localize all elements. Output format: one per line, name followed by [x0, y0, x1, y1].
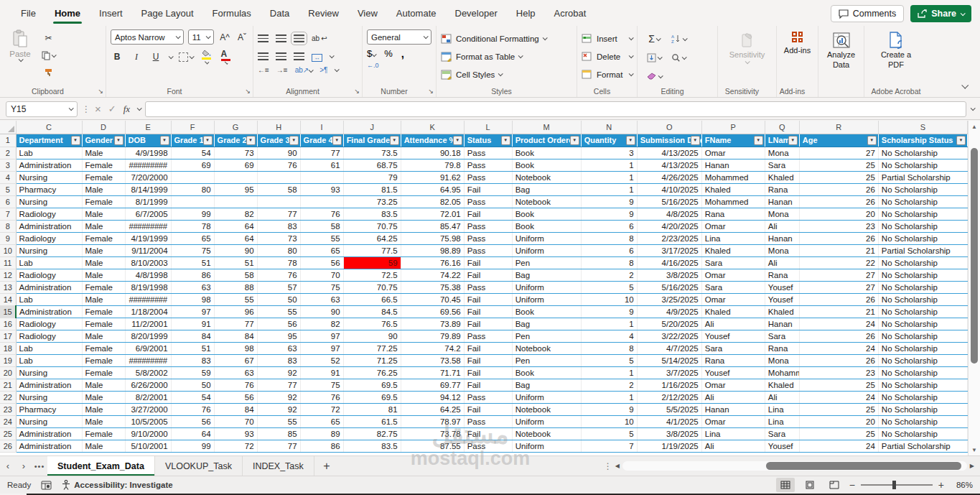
cell-D5[interactable]: Male — [82, 183, 125, 195]
alignment-dialog-launcher-icon[interactable]: ↘ — [354, 88, 360, 95]
cell-J18[interactable]: 77.25 — [343, 342, 401, 354]
cell-C12[interactable]: Radiology — [16, 269, 82, 281]
cell-K25[interactable]: 73.78 — [401, 427, 464, 440]
cell-Q22[interactable]: Ali — [765, 391, 799, 403]
col-header-K[interactable]: K — [401, 121, 464, 134]
cell-M3[interactable]: Book — [512, 159, 581, 171]
cell-H2[interactable]: 90 — [257, 147, 300, 159]
grow-font-button[interactable]: A^ — [218, 30, 231, 45]
cell-L9[interactable]: Pass — [464, 232, 512, 244]
cell-F11[interactable]: 51 — [171, 256, 214, 269]
row-header-8[interactable]: 8 — [0, 220, 16, 232]
align-center-button[interactable] — [276, 52, 286, 60]
cell-M8[interactable]: Book — [512, 220, 581, 232]
cell-P12[interactable]: Omar — [701, 269, 765, 281]
normal-view-button[interactable] — [776, 478, 795, 492]
cell-J10[interactable]: 77.5 — [343, 244, 401, 256]
cell-S2[interactable]: No Scholarship — [878, 147, 967, 159]
cell-I19[interactable]: 52 — [300, 354, 343, 366]
cell-I18[interactable]: 97 — [300, 342, 343, 354]
cell-D3[interactable]: Female — [82, 159, 125, 171]
cell-K3[interactable]: 79.8 — [401, 159, 464, 171]
cell-S18[interactable]: No Scholarship — [878, 342, 967, 354]
cell-G26[interactable]: 72 — [214, 440, 257, 452]
cell-M25[interactable]: Notebook — [512, 427, 581, 440]
text-direction-chevron-icon[interactable] — [335, 67, 340, 72]
cell-J26[interactable]: 83.5 — [343, 440, 401, 452]
header-grade-2[interactable]: Grade 2▼ — [214, 134, 257, 147]
cell-M19[interactable]: Pen — [512, 354, 581, 366]
scroll-down-icon[interactable]: ▼ — [969, 444, 980, 455]
cell-L6[interactable]: Pass — [464, 195, 512, 208]
col-header-D[interactable]: D — [82, 121, 125, 134]
header-department[interactable]: Department▼ — [16, 134, 82, 147]
cell-C2[interactable]: Lab — [16, 147, 82, 159]
cell-C24[interactable]: Nursing — [16, 415, 82, 427]
cell-J2[interactable]: 73.5 — [343, 147, 401, 159]
cell-J11[interactable]: 59 — [343, 256, 401, 269]
cell-R25[interactable]: 25 — [799, 427, 878, 440]
cell-R23[interactable]: 25 — [799, 403, 878, 415]
cell-L4[interactable]: Pass — [464, 171, 512, 183]
cell-F18[interactable]: 51 — [171, 342, 214, 354]
vertical-scrollbar[interactable]: ▲ ▼ — [968, 121, 980, 455]
cell-S22[interactable]: No Scholarship — [878, 391, 967, 403]
cell-H5[interactable]: 58 — [257, 183, 300, 195]
cell-J12[interactable]: 72.5 — [343, 269, 401, 281]
tab-page-layout[interactable]: Page Layout — [132, 0, 203, 26]
cell-D11[interactable]: Male — [82, 256, 125, 269]
paste-chevron-icon[interactable] — [18, 57, 23, 62]
fill-color-chevron-icon[interactable] — [205, 60, 209, 64]
page-break-view-button[interactable] — [825, 478, 844, 492]
cell-J8[interactable]: 70.75 — [343, 220, 401, 232]
col-header-E[interactable]: E — [125, 121, 171, 134]
orientation-button[interactable]: ab↗ — [295, 66, 313, 74]
cell-F24[interactable]: 56 — [171, 415, 214, 427]
cell-N7[interactable]: 9 — [581, 208, 637, 220]
italic-button[interactable]: I — [130, 50, 143, 64]
cell-G25[interactable]: 93 — [214, 427, 257, 440]
cell-L10[interactable]: Pass — [464, 244, 512, 256]
cell-K7[interactable]: 72.01 — [401, 208, 464, 220]
cell-J9[interactable]: 64.25 — [343, 232, 401, 244]
zoom-slider[interactable] — [861, 484, 933, 486]
cell-O25[interactable]: 3/8/2025 — [637, 427, 701, 440]
col-header-G[interactable]: G — [214, 121, 257, 134]
cell-O10[interactable]: 3/17/2025 — [637, 244, 701, 256]
cell-G19[interactable]: 67 — [214, 354, 257, 366]
cell-G14[interactable]: 55 — [214, 293, 257, 305]
cell-F5[interactable]: 80 — [171, 183, 214, 195]
cell-E9[interactable]: 4/19/1999 — [125, 232, 171, 244]
cell-K21[interactable]: 69.77 — [401, 379, 464, 391]
cell-E17[interactable]: 8/20/1999 — [125, 330, 171, 342]
cell-K9[interactable]: 75.98 — [401, 232, 464, 244]
cell-R21[interactable]: 25 — [799, 379, 878, 391]
row-header-21[interactable]: 21 — [0, 379, 16, 391]
cell-I24[interactable]: 65 — [300, 415, 343, 427]
cell-D22[interactable]: Male — [82, 391, 125, 403]
row-header-16[interactable]: 16 — [0, 318, 16, 330]
formula-bar-splitter-icon[interactable]: ⋮ — [82, 104, 90, 114]
cell-S11[interactable]: No Scholarship — [878, 256, 967, 269]
cell-N22[interactable]: 1 — [581, 391, 637, 403]
cell-C6[interactable]: Nursing — [16, 195, 82, 208]
cell-O20[interactable]: 3/7/2025 — [637, 366, 701, 379]
filter-button[interactable]: ▼ — [114, 136, 123, 145]
cell-E24[interactable]: 10/5/2005 — [125, 415, 171, 427]
formula-bar-expand-chevron-icon[interactable] — [971, 106, 976, 111]
cell-M18[interactable]: Notebook — [512, 342, 581, 354]
cell-Q15[interactable]: Khaled — [765, 305, 799, 318]
insert-function-button[interactable]: fx — [123, 103, 130, 115]
cell-K10[interactable]: 98.89 — [401, 244, 464, 256]
cell-S7[interactable]: No Scholarship — [878, 208, 967, 220]
cell-K5[interactable]: 64.95 — [401, 183, 464, 195]
cell-G12[interactable]: 58 — [214, 269, 257, 281]
zoom-slider-handle[interactable] — [892, 481, 896, 489]
cell-M24[interactable]: Uniform — [512, 415, 581, 427]
cell-G7[interactable]: 82 — [214, 208, 257, 220]
cell-D25[interactable]: Female — [82, 427, 125, 440]
cell-P13[interactable]: Sara — [701, 281, 765, 293]
all-sheets-icon[interactable]: ••• — [32, 456, 47, 476]
cell-S26[interactable]: Partial Scholarship — [878, 440, 967, 452]
cell-H19[interactable]: 83 — [257, 354, 300, 366]
